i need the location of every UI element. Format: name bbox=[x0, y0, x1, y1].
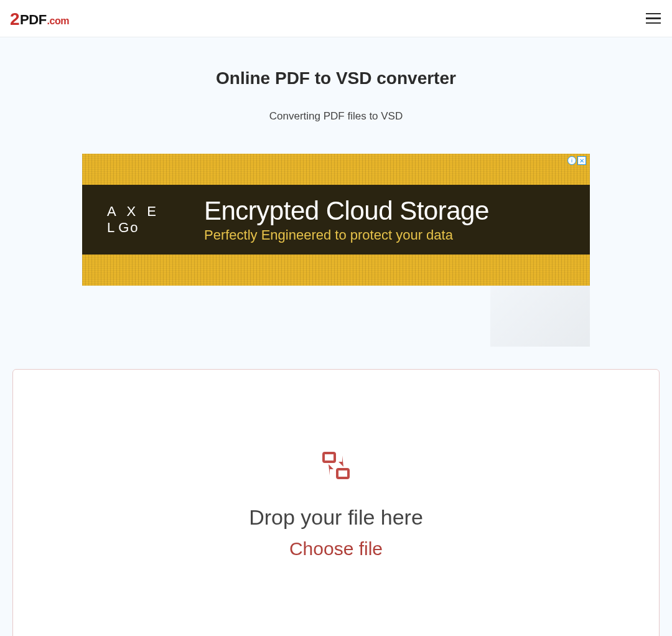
choose-file-button[interactable]: Choose file bbox=[289, 538, 383, 559]
ad-banner[interactable]: i ✕ A X E LGo Encrypted Cloud Storage Pe… bbox=[82, 154, 590, 286]
ad-brand-suffix: Go bbox=[118, 220, 139, 235]
top-bar: 2 PDF .com bbox=[0, 0, 672, 37]
page-title: Online PDF to VSD converter bbox=[0, 68, 672, 88]
svg-rect-1 bbox=[337, 469, 348, 478]
ad-close-icon[interactable]: ✕ bbox=[577, 156, 586, 165]
svg-rect-0 bbox=[324, 453, 335, 462]
dropzone-title: Drop your file here bbox=[249, 505, 423, 530]
ad-dark-band: A X E LGo Encrypted Cloud Storage Perfec… bbox=[82, 185, 590, 255]
ad-brand: A X E LGo bbox=[107, 203, 194, 236]
ad-info-icon[interactable]: i bbox=[567, 156, 576, 165]
logo-dotcom-text: .com bbox=[47, 16, 69, 27]
logo-2-glyph: 2 bbox=[10, 9, 19, 29]
hamburger-menu-icon[interactable] bbox=[646, 13, 661, 24]
site-logo[interactable]: 2 PDF .com bbox=[10, 9, 69, 29]
ad-secondary-space bbox=[82, 286, 590, 347]
convert-icon bbox=[321, 451, 351, 483]
logo-pdf-text: PDF bbox=[20, 12, 47, 28]
ad-tagline: Perfectly Engineered to protect your dat… bbox=[204, 227, 489, 243]
ad-badges: i ✕ bbox=[567, 156, 586, 165]
ad-container: i ✕ A X E LGo Encrypted Cloud Storage Pe… bbox=[82, 154, 590, 286]
ad-headline: Encrypted Cloud Storage bbox=[204, 196, 489, 226]
page-subtitle: Converting PDF files to VSD bbox=[0, 110, 672, 123]
ghost-decoration bbox=[490, 286, 590, 347]
file-dropzone[interactable]: Drop your file here Choose file bbox=[12, 369, 660, 636]
